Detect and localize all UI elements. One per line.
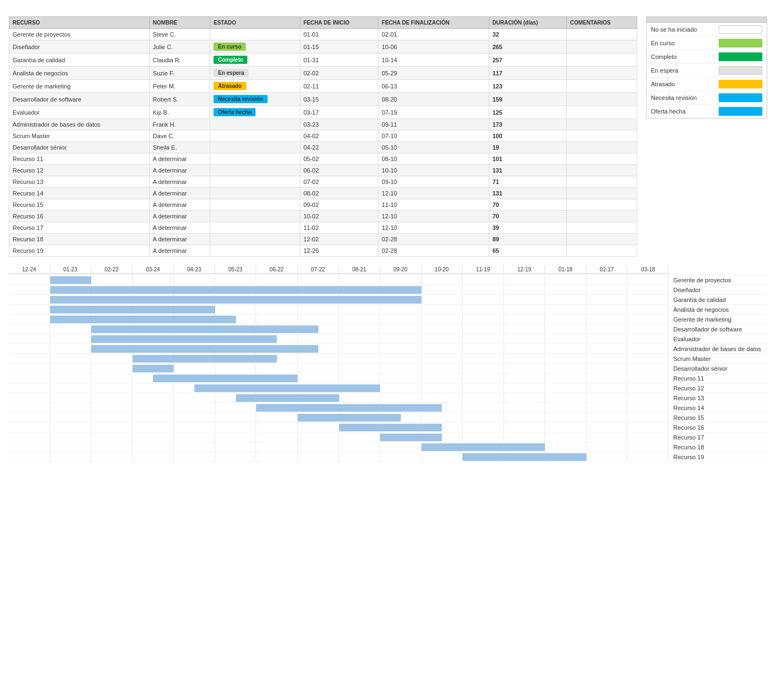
- gantt-row-label: Diseñador: [673, 285, 767, 295]
- gantt-row-label: Recurso 18: [673, 442, 767, 452]
- table-row: Recurso 19A determinar12-2602-2865: [9, 245, 637, 257]
- gantt-row-label: Recurso 14: [673, 403, 767, 413]
- gantt-row-label: Recurso 19: [673, 452, 767, 462]
- legend-color-swatch: [719, 93, 762, 102]
- gantt-bar: [194, 384, 380, 392]
- table-row: Scrum MasterDave C.04-0207-10100: [9, 130, 637, 142]
- gantt-bar: [339, 424, 442, 431]
- gantt-row: [9, 315, 669, 324]
- gantt-bar: [422, 443, 546, 451]
- legend-item: En espera: [647, 64, 767, 78]
- table-row: Recurso 13A determinar07-0209-1071: [9, 176, 637, 188]
- gantt-column-header: 06-22: [256, 265, 298, 274]
- gantt-row-label: Recurso 11: [673, 373, 767, 383]
- gantt-row-label: Desarrollador de software: [673, 324, 767, 334]
- table-row: Gerente de marketingPeter M.Atrasado02-1…: [9, 80, 637, 93]
- gantt-bar: [256, 404, 442, 412]
- table-row: Recurso 11A determinar05-0208-10101: [9, 153, 637, 165]
- gantt-row: [9, 275, 669, 285]
- gantt-row: [9, 364, 669, 373]
- gantt-row: [9, 324, 669, 334]
- gantt-bar: [236, 394, 339, 402]
- legend-color-swatch: [719, 107, 762, 116]
- legend-item: Completo: [647, 50, 767, 64]
- gantt-column-header: 12-24: [9, 265, 50, 274]
- table-row: Desarrollador séniorSheila E.04-2205-101…: [9, 142, 637, 153]
- legend-color-swatch: [719, 39, 762, 48]
- gantt-row: [9, 442, 669, 452]
- legend-color-swatch: [719, 80, 762, 88]
- gantt-bar: [91, 325, 318, 333]
- table-row: Recurso 14A determinar08-0212-10131: [9, 188, 637, 199]
- gantt-column-header: 03-24: [133, 265, 174, 274]
- legend-item: Necesita revisión: [647, 91, 767, 105]
- gantt-bar: [463, 453, 587, 461]
- gantt-column-header: 01-23: [50, 265, 92, 274]
- gantt-row-label: Administrador de bases de datos: [673, 344, 767, 354]
- gantt-column-header: 12-19: [504, 265, 546, 274]
- gantt-row: [9, 344, 669, 354]
- table-row: Garantía de calidadClaudia R.Completo01-…: [9, 54, 637, 67]
- gantt-row: [9, 305, 669, 315]
- gantt-row-label: Recurso 12: [673, 383, 767, 393]
- table-row: Recurso 16A determinar10-0212-1070: [9, 211, 637, 222]
- gantt-column-header: 05-23: [215, 265, 257, 274]
- gantt-column-header: 01-18: [545, 265, 587, 274]
- status-badge: Necesita revisión: [214, 95, 267, 103]
- legend-item: Oferta hecha: [647, 105, 767, 118]
- gantt-row-label: Evaluador: [673, 334, 767, 344]
- gantt-column-header: 02-17: [587, 265, 628, 274]
- gantt-bar: [133, 365, 174, 372]
- gantt-column-header: 03-18: [627, 265, 669, 274]
- gantt-row-label: Analista de negocios: [673, 305, 767, 315]
- gantt-chart-area: 12-2401-2302-2203-2404-2305-2306-2207-22…: [9, 265, 669, 462]
- table-row: EvaluadorKip B.Oferta hecha03-1707-19125: [9, 106, 637, 119]
- table-row: DiseñadorJulie C.En curso01-1510-06265: [9, 40, 637, 54]
- legend-header: [647, 17, 767, 23]
- gantt-row: [9, 452, 669, 462]
- gantt-row: [9, 432, 669, 442]
- gantt-row: [9, 423, 669, 432]
- gantt-row-label: Recurso 16: [673, 423, 767, 432]
- legend-color-swatch: [719, 52, 762, 61]
- legend-color-swatch: [719, 25, 762, 34]
- resource-table-section: RECURSONOMBREESTADOFECHA DE INICIOFECHA …: [9, 16, 637, 257]
- gantt-column-header: 10-20: [422, 265, 463, 274]
- gantt-row-label: Gerente de marketing: [673, 315, 767, 324]
- gantt-column-header: 04-23: [174, 265, 215, 274]
- gantt-row: [9, 393, 669, 403]
- table-row: Analista de negociosSuzie F.En espera02-…: [9, 67, 637, 80]
- gantt-row: [9, 334, 669, 344]
- gantt-row: [9, 413, 669, 423]
- table-row: Recurso 12A determinar06-0210-10131: [9, 165, 637, 176]
- gantt-row: [9, 383, 669, 393]
- gantt-row: [9, 295, 669, 305]
- legend-item: No se ha iniciado: [647, 23, 767, 37]
- gantt-row: [9, 373, 669, 383]
- legend-box: No se ha iniciadoEn cursoCompletoEn espe…: [646, 16, 767, 118]
- gantt-bar: [50, 306, 215, 313]
- status-badge: Completo: [214, 56, 247, 64]
- gantt-row: [9, 403, 669, 413]
- status-badge: En espera: [214, 69, 248, 77]
- gantt-column-header: 02-22: [91, 265, 133, 274]
- gantt-row-label: Garantía de calidad: [673, 295, 767, 305]
- status-badge: Atrasado: [214, 82, 246, 90]
- legend-item: Atrasado: [647, 78, 767, 91]
- gantt-bar: [380, 434, 442, 441]
- gantt-bar: [298, 414, 401, 422]
- gantt-row-label: Recurso 17: [673, 432, 767, 442]
- gantt-column-header: 08-21: [339, 265, 381, 274]
- gantt-column-header: 07-22: [298, 265, 339, 274]
- table-row: Gerente de proyectosSteve C.01-0102-0132: [9, 29, 637, 40]
- gantt-bar: [153, 375, 297, 382]
- table-row: Desarrollador de softwareRobert S.Necesi…: [9, 93, 637, 106]
- legend-color-swatch: [719, 66, 762, 75]
- gantt-bar: [50, 316, 236, 323]
- gantt-column-header: 09-20: [380, 265, 422, 274]
- gantt-row-label: Scrum Master: [673, 354, 767, 364]
- gantt-row-label: Gerente de proyectos: [673, 275, 767, 285]
- gantt-bar: [50, 296, 422, 304]
- resource-table: RECURSONOMBREESTADOFECHA DE INICIOFECHA …: [9, 16, 637, 257]
- table-row: Recurso 17A determinar11-0212-1039: [9, 222, 637, 234]
